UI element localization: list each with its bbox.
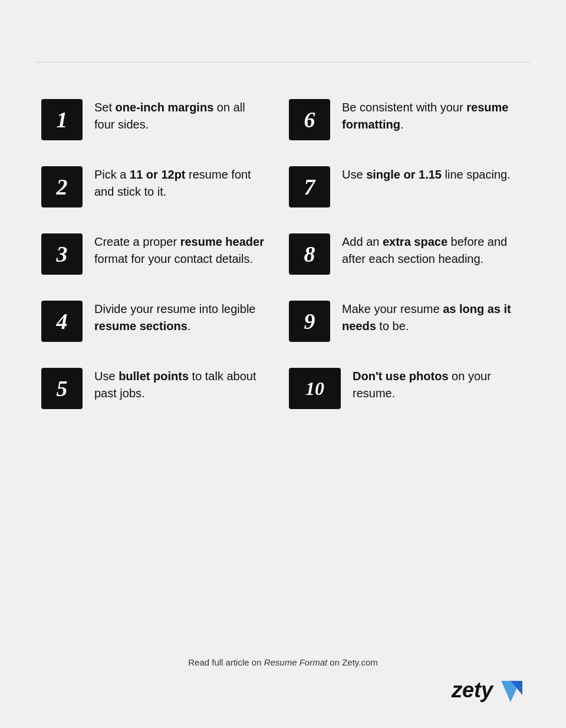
tip-number: 6 (289, 99, 330, 140)
tip-number: 1 (41, 99, 83, 140)
tip-item: 8Add an extra space before and after eac… (283, 220, 531, 288)
tip-item: 9Make your resume as long as it needs to… (283, 288, 531, 355)
zety-text: zety (452, 678, 493, 703)
tip-text: Use single or 1.15 line spacing. (342, 166, 511, 183)
tip-text: Create a proper resume header format for… (94, 233, 265, 268)
zety-icon (496, 676, 525, 704)
footer-text: Read full article on Resume Format on Ze… (35, 657, 531, 667)
tip-number: 4 (41, 301, 83, 342)
tip-text: Be consistent with your resume formattin… (342, 99, 513, 133)
tip-number: 7 (289, 166, 330, 207)
tip-item: 1Set one-inch margins on all four sides. (35, 86, 283, 153)
divider (35, 62, 531, 62)
tip-item: 4Divide your resume into legible resume … (35, 288, 283, 355)
tip-text: Set one-inch margins on all four sides. (94, 99, 265, 133)
tip-item: 10Don't use photos on your resume. (283, 355, 531, 422)
tip-text: Use bullet points to talk about past job… (94, 368, 265, 402)
tip-text: Pick a 11 or 12pt resume font and stick … (94, 166, 265, 200)
tip-number: 2 (41, 166, 83, 207)
tip-item: 3Create a proper resume header format fo… (35, 220, 283, 288)
tip-text: Make your resume as long as it needs to … (342, 301, 513, 335)
tip-number: 9 (289, 301, 330, 342)
tip-text: Don't use photos on your resume. (353, 368, 513, 402)
zety-logo: zety (35, 676, 531, 704)
tip-text: Add an extra space before and after each… (342, 233, 513, 268)
tips-grid: 1Set one-inch margins on all four sides.… (35, 86, 531, 422)
tip-item: 7Use single or 1.15 line spacing. (283, 153, 531, 220)
tip-item: 2Pick a 11 or 12pt resume font and stick… (35, 153, 283, 220)
tip-number: 3 (41, 233, 83, 275)
tip-text: Divide your resume into legible resume s… (94, 301, 265, 335)
tip-number: 5 (41, 368, 83, 409)
tip-number: 10 (289, 368, 341, 409)
tip-item: 6Be consistent with your resume formatti… (283, 86, 531, 153)
tip-item: 5Use bullet points to talk about past jo… (35, 355, 283, 422)
tip-number: 8 (289, 233, 330, 275)
footer: Read full article on Resume Format on Ze… (35, 640, 531, 704)
page: 1Set one-inch margins on all four sides.… (0, 0, 566, 728)
